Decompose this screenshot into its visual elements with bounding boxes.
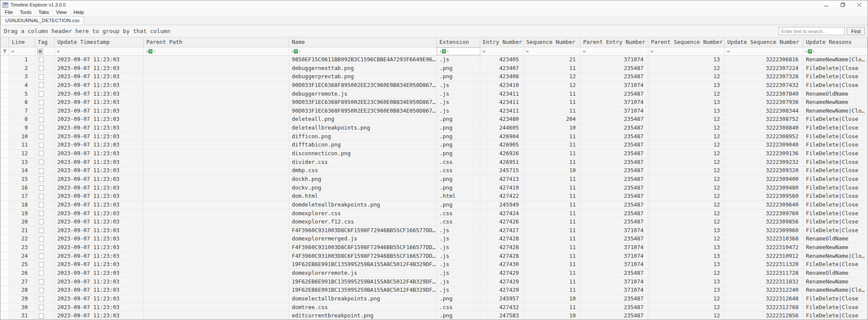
cell-parent_sequence_number[interactable]: 12 — [648, 303, 725, 312]
cell-extension[interactable]: .css — [437, 303, 480, 312]
cell-entry_number[interactable]: 427430 — [480, 260, 524, 269]
cell-name[interactable]: F4F3960C931003D8C6F1598F72946BB55CF16657… — [289, 252, 437, 260]
column-header-update_reasons[interactable]: Update Reasons — [803, 37, 868, 47]
cell-tag[interactable] — [35, 243, 55, 252]
cell-update_reasons[interactable]: FileDelete|Close — [803, 227, 868, 235]
table-row[interactable]: 212023-09-07 11:23:03F4F3960C931003D8C6F… — [0, 227, 868, 235]
cell-update_timestamp[interactable]: 2023-09-07 11:23:03 — [55, 107, 144, 115]
cell-entry_number[interactable]: 423411 — [480, 90, 524, 98]
cell-name[interactable]: dockv.png — [289, 184, 437, 192]
menu-file[interactable]: File — [1, 9, 17, 16]
cell-sequence_number[interactable]: 11 — [524, 107, 581, 115]
cell-update_sequence_number[interactable]: 3222309040 — [725, 141, 803, 149]
cell-sequence_number[interactable]: 11 — [524, 252, 581, 260]
tag-checkbox[interactable] — [39, 143, 44, 148]
cell-parent_entry_number[interactable]: 235487 — [581, 150, 648, 158]
cell-parent_path[interactable] — [144, 278, 289, 286]
cell-line[interactable]: 20 — [9, 218, 35, 226]
cell-name[interactable]: domselectallbreakpoints.png — [289, 295, 437, 303]
cell-update_reasons[interactable]: RenameNewName — [803, 278, 868, 286]
cell-name[interactable]: domexplorerremote.js — [289, 269, 437, 277]
cell-line[interactable]: 1 — [9, 56, 35, 64]
cell-sequence_number[interactable]: 11 — [524, 218, 581, 226]
tag-checkbox[interactable] — [39, 108, 44, 113]
cell-name[interactable]: debuggerprevtab.png — [289, 73, 437, 81]
cell-entry_number[interactable]: 423408 — [480, 73, 524, 81]
cell-sequence_number[interactable]: 11 — [524, 192, 581, 200]
cell-line[interactable]: 7 — [9, 107, 35, 115]
cell-extension[interactable]: .js — [437, 243, 480, 252]
filter-cell-parent_path[interactable]: abc — [144, 47, 289, 55]
tag-checkbox[interactable] — [39, 245, 44, 250]
cell-update_reasons[interactable]: FileDelete|Close — [803, 124, 868, 132]
menu-tools[interactable]: Tools — [17, 9, 35, 16]
cell-update_reasons[interactable]: RenameNewName — [803, 98, 868, 107]
filter-cell-entry_number[interactable]: = — [480, 47, 524, 55]
cell-sequence_number[interactable]: 11 — [524, 210, 581, 218]
cell-update_sequence_number[interactable]: 3222309480 — [725, 184, 803, 192]
cell-parent_entry_number[interactable]: 235487 — [581, 90, 648, 98]
cell-line[interactable]: 18 — [9, 201, 35, 209]
cell-parent_entry_number[interactable]: 371074 — [581, 56, 648, 64]
filter-cell-parent_entry_number[interactable]: = — [581, 47, 648, 55]
cell-line[interactable]: 13 — [9, 158, 35, 167]
cell-extension[interactable]: .png — [437, 312, 480, 320]
tag-checkbox[interactable] — [39, 57, 44, 62]
cell-entry_number[interactable]: 427428 — [480, 252, 524, 260]
cell-update_timestamp[interactable]: 2023-09-07 11:23:03 — [55, 158, 144, 167]
cell-name[interactable]: deleteall.png — [289, 115, 437, 123]
table-row[interactable]: 192023-09-07 11:23:03domexplorer.css.css… — [0, 210, 868, 218]
cell-entry_number[interactable]: 427426 — [480, 218, 524, 226]
cell-tag[interactable] — [35, 73, 55, 81]
table-row[interactable]: 252023-09-07 11:23:0319F62EB6E991BC13599… — [0, 260, 868, 269]
cell-name[interactable]: 90D033F1EC6368F895002EE23C960E0B834E050D… — [289, 81, 437, 90]
cell-sequence_number[interactable]: 11 — [524, 90, 581, 98]
table-row[interactable]: 282023-09-07 11:23:0319F62EB6E991BC13599… — [0, 286, 868, 295]
cell-entry_number[interactable]: 427422 — [480, 192, 524, 200]
cell-name[interactable]: dockh.png — [289, 175, 437, 183]
cell-update_reasons[interactable]: FileDelete|Close — [803, 133, 868, 141]
cell-parent_path[interactable] — [144, 295, 289, 303]
cell-parent_path[interactable] — [144, 150, 289, 158]
cell-name[interactable]: dmbp.css — [289, 167, 437, 175]
cell-update_sequence_number[interactable]: 3222307224 — [725, 64, 803, 73]
cell-tag[interactable] — [35, 201, 55, 209]
cell-update_reasons[interactable]: FileDelete|Close — [803, 192, 868, 200]
cell-line[interactable]: 15 — [9, 175, 35, 183]
table-row[interactable]: 222023-09-07 11:23:03domexplorermerged.j… — [0, 235, 868, 243]
cell-update_reasons[interactable]: FileDelete|Close — [803, 141, 868, 149]
cell-update_timestamp[interactable]: 2023-09-07 11:23:03 — [55, 167, 144, 175]
cell-entry_number[interactable]: 427428 — [480, 243, 524, 252]
table-row[interactable]: 12023-09-07 11:23:039850EF15C0611BB992B3… — [0, 56, 868, 64]
cell-update_timestamp[interactable]: 2023-09-07 11:23:03 — [55, 90, 144, 98]
cell-extension[interactable]: .js — [437, 278, 480, 286]
cell-line[interactable]: 12 — [9, 150, 35, 158]
tag-checkbox[interactable] — [39, 168, 44, 173]
table-row[interactable]: 292023-09-07 11:23:03domselectallbreakpo… — [0, 295, 868, 303]
cell-name[interactable]: 9850EF15C0611BB992B3C1596CBBE4A7293F6649… — [289, 56, 437, 64]
cell-extension[interactable]: .css — [437, 167, 480, 175]
cell-parent_sequence_number[interactable]: 13 — [648, 260, 725, 269]
cell-tag[interactable] — [35, 107, 55, 115]
cell-tag[interactable] — [35, 124, 55, 132]
cell-update_sequence_number[interactable]: 3222310912 — [725, 252, 803, 260]
cell-update_sequence_number[interactable]: 3222307840 — [725, 90, 803, 98]
cell-line[interactable]: 22 — [9, 235, 35, 243]
cell-update_reasons[interactable]: RenameNewName|Close — [803, 107, 868, 115]
cell-update_sequence_number[interactable]: 3222309232 — [725, 158, 803, 167]
cell-parent_sequence_number[interactable]: 12 — [648, 115, 725, 123]
cell-update_timestamp[interactable]: 2023-09-07 11:23:03 — [55, 98, 144, 107]
cell-parent_path[interactable] — [144, 56, 289, 64]
table-row[interactable]: 142023-09-07 11:23:03dmbp.css.css2457151… — [0, 167, 868, 175]
cell-parent_sequence_number[interactable]: 12 — [648, 175, 725, 183]
cell-entry_number[interactable]: 427428 — [480, 235, 524, 243]
cell-line[interactable]: 23 — [9, 243, 35, 252]
cell-update_timestamp[interactable]: 2023-09-07 11:23:03 — [55, 56, 144, 64]
cell-update_reasons[interactable]: RenameNewName|Close — [803, 286, 868, 294]
cell-line[interactable]: 11 — [9, 141, 35, 149]
cell-sequence_number[interactable]: 10 — [524, 295, 581, 303]
cell-update_reasons[interactable]: FileDelete|Close — [803, 73, 868, 81]
table-row[interactable]: 162023-09-07 11:23:03dockv.png.png427419… — [0, 184, 868, 193]
cell-tag[interactable] — [35, 141, 55, 149]
cell-entry_number[interactable]: 423411 — [480, 107, 524, 115]
